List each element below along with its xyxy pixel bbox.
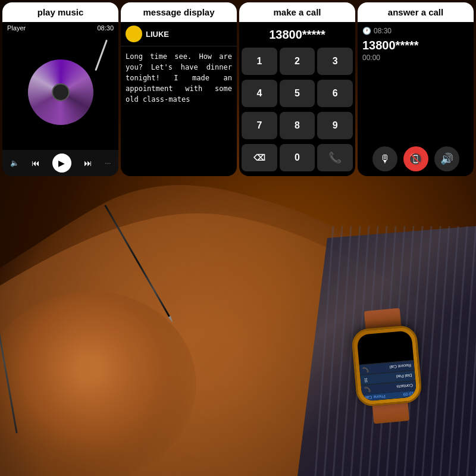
watch-container: 10:09 Phone Call Contacts 📞 Dial Pad ⠿ R… (349, 307, 424, 425)
answer-controls: 🎙 📵 🔊 (362, 140, 469, 171)
answer-duration: 00:00 (362, 54, 469, 62)
music-panel-body: Player 08:30 🔈 ⏮ ▶ ⏭ ··· (2, 22, 118, 176)
vinyl-arm (95, 39, 108, 71)
watch-contacts-icon: 📞 (364, 386, 371, 393)
dial-key-7[interactable]: 7 (242, 112, 277, 139)
dial-keypad: 1 2 3 4 5 6 7 8 9 ⌫ 0 📞 (242, 48, 353, 174)
more-icon[interactable]: ··· (105, 159, 111, 167)
dial-number-display: 13800***** (269, 24, 325, 45)
message-avatar (126, 26, 142, 42)
dial-key-2[interactable]: 2 (280, 48, 315, 75)
answer-panel-header: answer a call (358, 2, 474, 22)
player-time: 08:30 (97, 24, 114, 32)
dial-key-8[interactable]: 8 (280, 112, 315, 139)
music-top-bar: Player 08:30 (2, 22, 118, 34)
watch-screen: 10:09 Phone Call Contacts 📞 Dial Pad ⠿ R… (356, 330, 416, 402)
watch-menu-dialpad-label: Dial Pad (396, 374, 412, 379)
watch-dialpad-icon: ⠿ (363, 377, 368, 383)
dial-panel: make a call 13800***** 1 2 3 4 5 6 7 8 9… (239, 2, 355, 176)
answer-time: 🕐 08:30 (362, 27, 469, 35)
disc-center (52, 83, 70, 101)
dial-panel-header: make a call (239, 2, 355, 22)
watch-body: 10:09 Phone Call Contacts 📞 Dial Pad ⠿ R… (351, 324, 423, 407)
dial-key-0[interactable]: 0 (280, 144, 315, 171)
watch-strap-top (372, 403, 409, 424)
music-panel: play music Player 08:30 🔈 ⏮ ▶ ⏭ ··· (2, 2, 118, 176)
answer-number: 13800***** (362, 39, 469, 52)
dial-panel-body: 13800***** 1 2 3 4 5 6 7 8 9 ⌫ 0 📞 (239, 22, 355, 176)
end-call-button[interactable]: 📵 (403, 146, 428, 171)
dial-key-backspace[interactable]: ⌫ (242, 144, 277, 171)
message-sender: LIUKE (146, 30, 169, 39)
watch-app-label: Phone Call (365, 394, 386, 400)
watch-time: 10:09 (403, 392, 414, 397)
music-controls: 🔈 ⏮ ▶ ⏭ ··· (2, 150, 118, 176)
message-panel-body: LIUKE Long time see. How are you? Let's … (121, 22, 237, 176)
dial-key-1[interactable]: 1 (242, 48, 277, 75)
watch-menu-contacts-label: Contacts (396, 384, 413, 389)
dial-key-9[interactable]: 9 (317, 112, 353, 139)
vinyl-disc (28, 60, 93, 125)
music-panel-header: play music (2, 2, 118, 22)
player-label: Player (7, 24, 26, 32)
mute-button[interactable]: 🎙 (372, 146, 397, 171)
watch-menu-recent-label: Recent Call (390, 364, 412, 369)
dial-key-3[interactable]: 3 (317, 48, 353, 75)
panels-container: play music Player 08:30 🔈 ⏮ ▶ ⏭ ··· mes (0, 0, 476, 178)
message-panel-header: message display (121, 2, 237, 22)
music-disc-area (2, 34, 118, 150)
answer-panel-body: 🕐 08:30 13800***** 00:00 🎙 📵 🔊 (358, 22, 474, 176)
dial-key-4[interactable]: 4 (242, 80, 277, 107)
dial-key-6[interactable]: 6 (317, 80, 353, 107)
clock-icon: 🕐 (362, 27, 371, 35)
message-header-row: LIUKE (121, 22, 237, 46)
watch-recent-icon: 📞 (362, 367, 369, 373)
dial-key-5[interactable]: 5 (280, 80, 315, 107)
play-button[interactable]: ▶ (52, 154, 71, 173)
answer-panel: answer a call 🕐 08:30 13800***** 00:00 🎙… (358, 2, 474, 176)
prev-button[interactable]: ⏮ (29, 157, 42, 169)
message-text: Long time see. How are you? Let's have d… (121, 46, 237, 109)
message-panel: message display LIUKE Long time see. How… (121, 2, 237, 176)
dial-key-call[interactable]: 📞 (317, 144, 353, 171)
speaker-button[interactable]: 🔊 (434, 146, 459, 171)
volume-icon[interactable]: 🔈 (10, 159, 19, 167)
next-button[interactable]: ⏭ (82, 157, 95, 169)
